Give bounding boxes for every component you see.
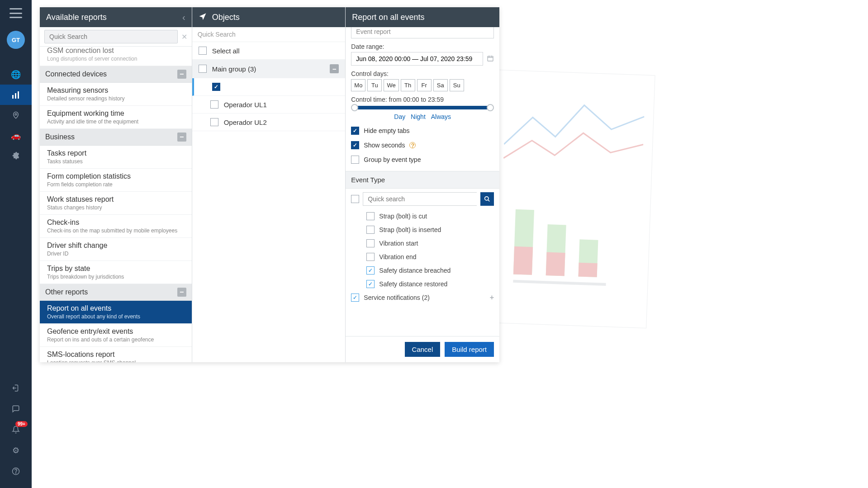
- service-notifications-checkbox[interactable]: [351, 294, 359, 302]
- report-item[interactable]: Equipment working time Activity and idle…: [40, 106, 192, 129]
- report-item[interactable]: Driver shift change Driver ID: [40, 238, 192, 261]
- car-icon[interactable]: 🚗: [0, 125, 32, 146]
- event-type-row[interactable]: Strap (bolt) is inserted: [346, 223, 499, 237]
- report-item-desc: Long disruptions of server connection: [47, 56, 185, 62]
- report-item[interactable]: Report on all events Overall report abou…: [40, 301, 192, 324]
- report-name-input[interactable]: [351, 27, 494, 38]
- help-tooltip-icon[interactable]: ?: [409, 142, 416, 148]
- calendar-icon[interactable]: [487, 55, 494, 63]
- svg-rect-12: [513, 280, 606, 286]
- object-item[interactable]: Demo gh5200: [192, 78, 346, 96]
- report-item-desc: Activity and idle time of the equipment: [47, 118, 185, 125]
- object-group-row[interactable]: Main group (3) −: [192, 60, 346, 78]
- control-days-label: Control days:: [351, 70, 494, 77]
- report-item[interactable]: Tasks report Tasks statuses: [40, 146, 192, 169]
- event-type-search-input[interactable]: [363, 192, 477, 206]
- group-checkbox[interactable]: [199, 65, 207, 73]
- report-item[interactable]: Check-ins Check-ins on the map submitted…: [40, 215, 192, 238]
- svg-point-14: [485, 197, 489, 200]
- day-toggle[interactable]: Su: [450, 79, 464, 91]
- event-type-header: Event Type: [346, 171, 499, 189]
- event-type-all-checkbox[interactable]: [351, 195, 359, 203]
- report-item[interactable]: Work statuses report Status changes hist…: [40, 192, 192, 215]
- svg-rect-7: [513, 246, 533, 275]
- svg-rect-0: [12, 95, 14, 99]
- collapse-icon[interactable]: ‹: [182, 12, 185, 23]
- select-all-row[interactable]: Select all: [192, 42, 346, 60]
- expand-icon[interactable]: +: [490, 294, 494, 302]
- build-report-button[interactable]: Build report: [445, 342, 494, 357]
- report-item-title: GSM connection lost: [47, 47, 185, 55]
- object-item[interactable]: Operador UL1: [192, 96, 346, 114]
- settings-icon[interactable]: ⚙: [0, 440, 32, 461]
- date-range-input[interactable]: [351, 52, 483, 66]
- menu-toggle[interactable]: [9, 8, 22, 18]
- user-avatar[interactable]: GT: [7, 31, 25, 49]
- report-group-header[interactable]: Connected devices −: [40, 66, 192, 83]
- event-type-checkbox[interactable]: [366, 253, 375, 261]
- object-checkbox[interactable]: [210, 118, 218, 126]
- reports-icon[interactable]: [0, 85, 32, 105]
- select-all-checkbox[interactable]: [199, 47, 207, 55]
- preset-day-link[interactable]: Day: [394, 113, 405, 120]
- day-toggle[interactable]: Sa: [433, 79, 448, 91]
- day-toggle[interactable]: Th: [401, 79, 415, 91]
- report-group-header[interactable]: Other reports −: [40, 284, 192, 301]
- event-type-checkbox[interactable]: [366, 280, 375, 288]
- show-seconds-checkbox[interactable]: [351, 141, 359, 149]
- event-type-row[interactable]: Safety distance breached: [346, 264, 499, 277]
- report-item[interactable]: Trips by state Trips breakdown by jurisd…: [40, 261, 192, 284]
- group-by-type-label: Group by event type: [364, 156, 421, 163]
- report-item[interactable]: Form completion statistics Form fields c…: [40, 169, 192, 192]
- report-item[interactable]: SMS-locations report Location requests o…: [40, 347, 192, 362]
- event-type-checkbox[interactable]: [366, 226, 375, 234]
- preset-always-link[interactable]: Always: [431, 113, 451, 120]
- report-item[interactable]: Geofence entry/exit events Report on ins…: [40, 324, 192, 347]
- report-item[interactable]: GSM connection lost Long disruptions of …: [40, 47, 192, 66]
- event-type-row[interactable]: Strap (bolt) is cut: [346, 209, 499, 223]
- background-illustration: [488, 70, 655, 328]
- pin-icon[interactable]: [0, 105, 32, 125]
- object-checkbox[interactable]: [212, 83, 220, 91]
- day-toggle[interactable]: Fr: [417, 79, 432, 91]
- collapse-icon[interactable]: −: [177, 70, 186, 79]
- globe-icon[interactable]: 🌐: [0, 64, 32, 85]
- collapse-icon[interactable]: −: [177, 133, 186, 142]
- time-range-slider[interactable]: [351, 106, 494, 109]
- panel-title: Report on all events: [352, 13, 424, 22]
- control-time-label: Control time: from 00:00 to 23:59: [351, 96, 494, 103]
- clear-search-icon[interactable]: ✕: [181, 33, 187, 41]
- hide-empty-checkbox[interactable]: [351, 127, 359, 135]
- notifications-icon[interactable]: 99+: [0, 419, 32, 440]
- puzzle-icon[interactable]: [0, 146, 32, 166]
- reports-search-input[interactable]: [44, 30, 178, 43]
- collapse-icon[interactable]: −: [177, 288, 186, 297]
- search-button[interactable]: [480, 192, 494, 206]
- logout-icon[interactable]: [0, 378, 32, 398]
- object-checkbox[interactable]: [210, 100, 218, 109]
- report-group-header[interactable]: Business −: [40, 129, 192, 146]
- report-item-title: Measuring sensors: [47, 86, 185, 95]
- event-type-checkbox[interactable]: [366, 266, 375, 275]
- day-toggle[interactable]: We: [384, 79, 398, 91]
- objects-search-input[interactable]: Quick Search: [192, 27, 346, 42]
- event-type-row[interactable]: Vibration end: [346, 250, 499, 264]
- service-notifications-row[interactable]: Service notifications (2) +: [346, 291, 499, 304]
- event-type-row[interactable]: Vibration start: [346, 237, 499, 250]
- report-item[interactable]: Measuring sensors Detailed sensor readin…: [40, 83, 192, 106]
- preset-night-link[interactable]: Night: [411, 113, 426, 120]
- event-type-row[interactable]: Safety distance restored: [346, 277, 499, 291]
- cancel-button[interactable]: Cancel: [405, 342, 441, 357]
- group-by-type-checkbox[interactable]: [351, 156, 359, 164]
- event-type-checkbox[interactable]: [366, 239, 375, 247]
- chat-icon[interactable]: [0, 398, 32, 419]
- report-item-desc: Check-ins on the map submitted by mobile…: [47, 227, 185, 234]
- collapse-group-icon[interactable]: −: [330, 64, 339, 73]
- help-icon[interactable]: [0, 461, 32, 482]
- day-toggle[interactable]: Tu: [367, 79, 382, 91]
- day-toggle[interactable]: Mo: [351, 79, 365, 91]
- hide-empty-label: Hide empty tabs: [364, 127, 409, 134]
- report-panels: Available reports ‹ ✕ GSM connection los…: [40, 7, 499, 362]
- object-item[interactable]: Operador UL2: [192, 114, 346, 131]
- event-type-checkbox[interactable]: [366, 212, 375, 220]
